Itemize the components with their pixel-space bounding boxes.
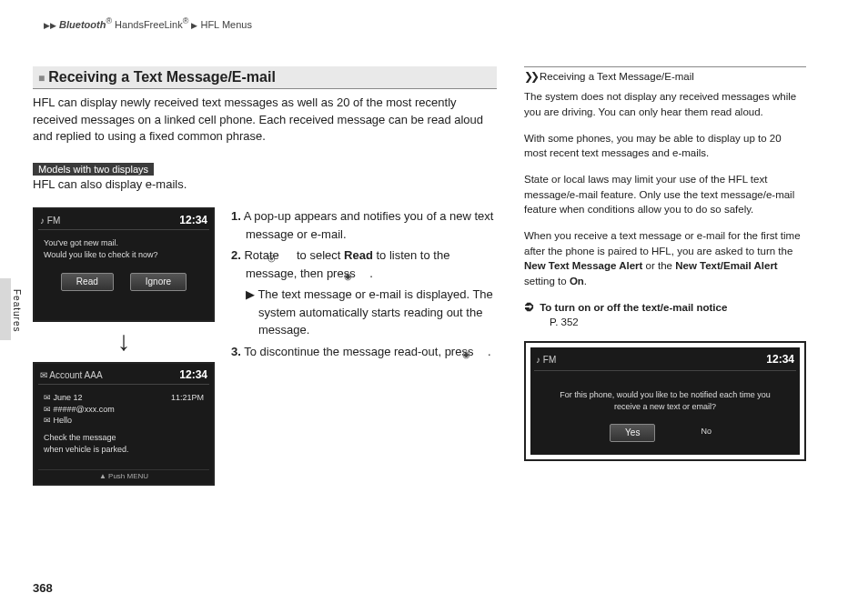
step1-text: A pop-up appears and notifies you of a n… [244, 209, 494, 241]
screen2-mode: ✉ Account AAA [40, 370, 103, 380]
step2-bold: Read [344, 248, 373, 262]
crossref-arrow-icon: ⮊ [524, 302, 535, 313]
press-button-icon: ◉ [358, 269, 369, 280]
side-screen-yes-button: Yes [610, 424, 655, 443]
rotate-dial-icon: ◎ [282, 251, 293, 262]
side-title-text: Receiving a Text Message/E-mail [540, 71, 694, 82]
side-p4: When you receive a text message or e-mai… [524, 228, 806, 289]
breadcrumb-part3: HFL Menus [200, 19, 251, 30]
display-screenshot-2: ✉ Account AAA 12:34 ✉ June 12 11:21PM ✉ … [33, 362, 215, 486]
step3-text-b: . [488, 345, 491, 358]
step-2: 2. Rotate ◎ to select Read to listen to … [231, 246, 497, 282]
step2-num: 2. [231, 248, 241, 262]
crossref-text: To turn on or off the text/e-mail notice [540, 302, 727, 313]
screen1-clock: 12:34 [179, 214, 207, 226]
press-button-icon: ◉ [477, 347, 488, 358]
breadcrumb: ▶▶ Bluetooth® HandsFreeLink® ▶ HFL Menus [44, 16, 835, 30]
screen2-row3: ✉ Hello [44, 415, 204, 427]
screen1-line2: Would you like to check it now? [44, 249, 204, 261]
step2-text-d: . [369, 266, 373, 280]
side-p3: State or local laws may limit your use o… [524, 172, 806, 217]
screens-column: ♪ FM 12:34 You've got new mail. Would yo… [33, 207, 215, 486]
side-screen-no-button: No [691, 424, 721, 443]
screen1-ignore-button: Ignore [130, 273, 187, 291]
side-tab-label: Features [12, 289, 22, 332]
page-number: 368 [33, 581, 53, 595]
step3-text-a: To discontinue the message read-out, pre… [244, 345, 477, 358]
step-3: 3. To discontinue the message read-out, … [231, 343, 497, 361]
screen2-row2: ✉ #####@xxx.com [44, 404, 204, 416]
side-tab: Features [0, 278, 22, 340]
screen2-clock: 12:34 [179, 368, 207, 381]
side-screen-mode: ♪ FM [536, 354, 556, 367]
side-p1: The system does not display any received… [524, 89, 806, 119]
breadcrumb-arrow-icon: ▶▶ [44, 21, 56, 30]
breadcrumb-part2: HandsFreeLink [112, 19, 183, 30]
side-screenshot-frame: ♪ FM 12:34 For this phone, would you lik… [524, 341, 806, 461]
side-screen-msg: For this phone, would you like to be not… [534, 377, 796, 416]
screen2-footer: ▲ Push MENU [38, 469, 209, 480]
breadcrumb-arrow-icon: ▶ [191, 21, 197, 30]
step1-num: 1. [231, 209, 241, 223]
breadcrumb-reg2: ® [183, 16, 189, 25]
side-screen-clock: 12:34 [766, 352, 794, 367]
step3-num: 3. [231, 345, 241, 358]
down-arrow-icon: ↓ [33, 327, 215, 355]
side-p2: With some phones, you may be able to dis… [524, 131, 806, 161]
display-screenshot-1: ♪ FM 12:34 You've got new mail. Would yo… [33, 207, 215, 322]
step2-sub-text: The text message or e-mail is displayed.… [257, 287, 492, 337]
crossref-page: P. 352 [537, 315, 806, 330]
section-title: Receiving a Text Message/E-mail [48, 69, 276, 85]
step2-text-a: Rotate [244, 248, 282, 262]
side-title: ❯❯Receiving a Text Message/E-mail [524, 69, 806, 85]
screen1-line1: You've got new mail. [44, 237, 204, 249]
screen2-note2: when vehicle is parked. [44, 444, 204, 456]
model-tag: Models with two displays [33, 163, 154, 176]
section-header: ■Receiving a Text Message/E-mail [33, 66, 497, 89]
double-chevron-icon: ❯❯ [524, 71, 537, 82]
screen2-row1b: 11:21PM [171, 392, 204, 404]
screen2-note1: Check the message [44, 432, 204, 444]
step-1: 1. A pop-up appears and notifies you of … [231, 207, 497, 243]
side-column: ❯❯Receiving a Text Message/E-mail The sy… [524, 66, 806, 487]
breadcrumb-part1: Bluetooth [59, 19, 106, 30]
screen2-row1a: ✉ June 12 [44, 392, 83, 404]
main-column: ■Receiving a Text Message/E-mail HFL can… [33, 66, 497, 487]
square-bullet-icon: ■ [38, 72, 45, 85]
step-2-sub: ▶ The text message or e-mail is displaye… [231, 286, 497, 339]
intro-text: HFL can display newly received text mess… [33, 95, 497, 146]
sub-intro-text: HFL can also display e-mails. [33, 177, 497, 191]
steps-list: 1. A pop-up appears and notifies you of … [231, 207, 497, 486]
screen1-mode: ♪ FM [40, 216, 60, 226]
screen1-read-button: Read [61, 273, 114, 291]
triangle-bullet-icon: ▶ [246, 287, 255, 301]
side-screenshot: ♪ FM 12:34 For this phone, would you lik… [530, 347, 800, 455]
step2-text-b: to select [293, 248, 344, 262]
cross-reference: ⮊ To turn on or off the text/e-mail noti… [524, 300, 806, 330]
